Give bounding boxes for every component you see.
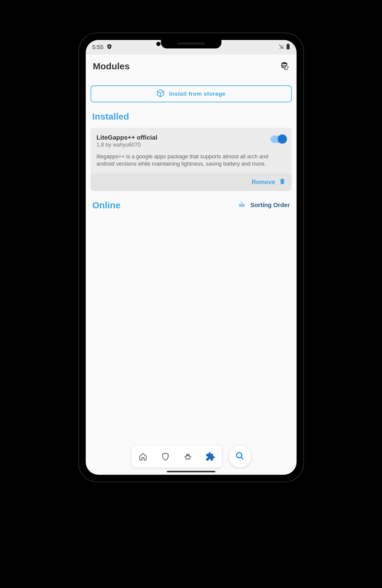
repo-sync-icon[interactable]: [281, 61, 289, 71]
online-section-title: Online: [92, 200, 121, 210]
status-time: 5:55: [92, 44, 104, 51]
remove-label: Remove: [252, 179, 275, 186]
shield-play-icon: [106, 44, 112, 51]
speaker: [178, 42, 205, 45]
trash-icon: [279, 178, 286, 186]
svg-rect-0: [287, 44, 290, 49]
sorting-order-button[interactable]: 0 9 Sorting Order: [238, 201, 290, 209]
app-header: Modules: [86, 55, 297, 78]
sorting-label: Sorting Order: [250, 202, 290, 209]
module-name: LiteGapps++ official: [97, 134, 158, 141]
install-button-label: Install from storage: [169, 91, 225, 97]
nav-home[interactable]: [136, 451, 150, 463]
sort-icon: 0 9: [238, 201, 246, 209]
gesture-bar[interactable]: [167, 471, 215, 472]
package-icon: [156, 89, 165, 99]
signal-off-icon: [278, 44, 284, 51]
phone-frame: 5:55 Modules: [79, 33, 303, 481]
nav-shield[interactable]: [158, 451, 173, 463]
svg-rect-1: [287, 44, 289, 44]
remove-button[interactable]: Remove: [91, 173, 292, 191]
module-card: LiteGapps++ official 1.8 by wahyu6070 li…: [91, 128, 292, 191]
module-description: litegapps++ is a google apps package tha…: [97, 153, 286, 168]
page-title: Modules: [93, 61, 130, 71]
bottom-nav-area: [86, 446, 297, 467]
search-icon: [235, 451, 244, 462]
nav-bug[interactable]: [181, 451, 195, 463]
camera-dot: [156, 42, 161, 46]
module-version: 1.8 by wahyu6070: [97, 142, 158, 148]
svg-text:9: 9: [242, 203, 244, 208]
content-area: Install from storage Installed LiteGapps…: [86, 78, 297, 475]
svg-point-6: [236, 453, 242, 458]
module-toggle[interactable]: [271, 136, 286, 143]
svg-text:0: 0: [239, 203, 241, 208]
svg-point-2: [282, 62, 287, 64]
installed-section-title: Installed: [92, 111, 290, 122]
screen: 5:55 Modules: [86, 40, 297, 475]
nav-modules-active[interactable]: [203, 451, 218, 463]
search-fab[interactable]: [229, 446, 251, 467]
bottom-nav: [131, 446, 222, 467]
svg-point-5: [186, 455, 190, 459]
battery-icon: [286, 44, 290, 51]
install-from-storage-button[interactable]: Install from storage: [91, 85, 292, 102]
toggle-thumb: [278, 134, 287, 144]
